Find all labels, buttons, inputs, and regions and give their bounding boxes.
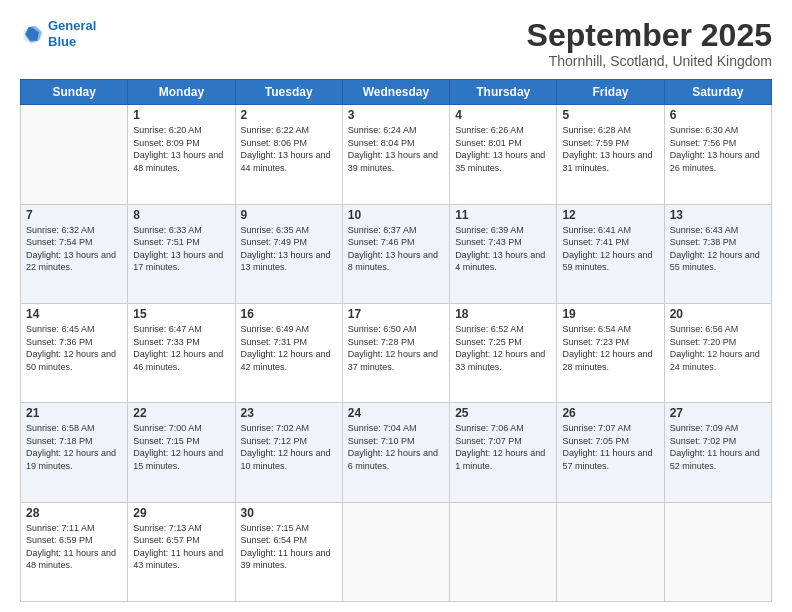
calendar-cell: 19Sunrise: 6:54 AMSunset: 7:23 PMDayligh… xyxy=(557,303,664,402)
calendar-cell xyxy=(21,105,128,204)
calendar-cell: 3Sunrise: 6:24 AMSunset: 8:04 PMDaylight… xyxy=(342,105,449,204)
calendar-header-friday: Friday xyxy=(557,80,664,105)
day-info: Sunrise: 6:58 AMSunset: 7:18 PMDaylight:… xyxy=(26,422,122,472)
day-info: Sunrise: 6:47 AMSunset: 7:33 PMDaylight:… xyxy=(133,323,229,373)
calendar-cell xyxy=(342,502,449,601)
calendar-cell: 18Sunrise: 6:52 AMSunset: 7:25 PMDayligh… xyxy=(450,303,557,402)
day-info: Sunrise: 6:24 AMSunset: 8:04 PMDaylight:… xyxy=(348,124,444,174)
day-number: 20 xyxy=(670,307,766,321)
day-number: 8 xyxy=(133,208,229,222)
calendar-cell: 13Sunrise: 6:43 AMSunset: 7:38 PMDayligh… xyxy=(664,204,771,303)
day-number: 19 xyxy=(562,307,658,321)
day-info: Sunrise: 7:11 AMSunset: 6:59 PMDaylight:… xyxy=(26,522,122,572)
day-info: Sunrise: 7:06 AMSunset: 7:07 PMDaylight:… xyxy=(455,422,551,472)
day-info: Sunrise: 7:02 AMSunset: 7:12 PMDaylight:… xyxy=(241,422,337,472)
day-number: 15 xyxy=(133,307,229,321)
calendar-cell: 9Sunrise: 6:35 AMSunset: 7:49 PMDaylight… xyxy=(235,204,342,303)
day-info: Sunrise: 6:22 AMSunset: 8:06 PMDaylight:… xyxy=(241,124,337,174)
day-info: Sunrise: 6:28 AMSunset: 7:59 PMDaylight:… xyxy=(562,124,658,174)
calendar-header-saturday: Saturday xyxy=(664,80,771,105)
day-info: Sunrise: 6:37 AMSunset: 7:46 PMDaylight:… xyxy=(348,224,444,274)
day-info: Sunrise: 6:52 AMSunset: 7:25 PMDaylight:… xyxy=(455,323,551,373)
day-number: 17 xyxy=(348,307,444,321)
day-info: Sunrise: 6:33 AMSunset: 7:51 PMDaylight:… xyxy=(133,224,229,274)
logo-line2: Blue xyxy=(48,34,76,49)
calendar-cell: 22Sunrise: 7:00 AMSunset: 7:15 PMDayligh… xyxy=(128,403,235,502)
calendar-cell: 23Sunrise: 7:02 AMSunset: 7:12 PMDayligh… xyxy=(235,403,342,502)
day-number: 11 xyxy=(455,208,551,222)
day-info: Sunrise: 6:43 AMSunset: 7:38 PMDaylight:… xyxy=(670,224,766,274)
day-info: Sunrise: 6:39 AMSunset: 7:43 PMDaylight:… xyxy=(455,224,551,274)
day-number: 10 xyxy=(348,208,444,222)
calendar-cell: 4Sunrise: 6:26 AMSunset: 8:01 PMDaylight… xyxy=(450,105,557,204)
day-info: Sunrise: 6:56 AMSunset: 7:20 PMDaylight:… xyxy=(670,323,766,373)
day-info: Sunrise: 6:54 AMSunset: 7:23 PMDaylight:… xyxy=(562,323,658,373)
calendar-table: SundayMondayTuesdayWednesdayThursdayFrid… xyxy=(20,79,772,602)
calendar-cell: 21Sunrise: 6:58 AMSunset: 7:18 PMDayligh… xyxy=(21,403,128,502)
day-info: Sunrise: 6:26 AMSunset: 8:01 PMDaylight:… xyxy=(455,124,551,174)
day-number: 18 xyxy=(455,307,551,321)
day-info: Sunrise: 6:35 AMSunset: 7:49 PMDaylight:… xyxy=(241,224,337,274)
calendar-cell: 14Sunrise: 6:45 AMSunset: 7:36 PMDayligh… xyxy=(21,303,128,402)
calendar-cell: 24Sunrise: 7:04 AMSunset: 7:10 PMDayligh… xyxy=(342,403,449,502)
day-number: 22 xyxy=(133,406,229,420)
day-info: Sunrise: 6:49 AMSunset: 7:31 PMDaylight:… xyxy=(241,323,337,373)
calendar-cell: 25Sunrise: 7:06 AMSunset: 7:07 PMDayligh… xyxy=(450,403,557,502)
day-info: Sunrise: 6:20 AMSunset: 8:09 PMDaylight:… xyxy=(133,124,229,174)
day-number: 7 xyxy=(26,208,122,222)
calendar-cell: 28Sunrise: 7:11 AMSunset: 6:59 PMDayligh… xyxy=(21,502,128,601)
day-number: 16 xyxy=(241,307,337,321)
calendar-header-row: SundayMondayTuesdayWednesdayThursdayFrid… xyxy=(21,80,772,105)
day-info: Sunrise: 7:13 AMSunset: 6:57 PMDaylight:… xyxy=(133,522,229,572)
calendar-cell: 12Sunrise: 6:41 AMSunset: 7:41 PMDayligh… xyxy=(557,204,664,303)
calendar-cell: 1Sunrise: 6:20 AMSunset: 8:09 PMDaylight… xyxy=(128,105,235,204)
calendar-week-row: 28Sunrise: 7:11 AMSunset: 6:59 PMDayligh… xyxy=(21,502,772,601)
calendar-header-wednesday: Wednesday xyxy=(342,80,449,105)
day-number: 25 xyxy=(455,406,551,420)
day-number: 23 xyxy=(241,406,337,420)
header: General Blue September 2025 Thornhill, S… xyxy=(20,18,772,69)
calendar-cell xyxy=(450,502,557,601)
calendar-cell: 15Sunrise: 6:47 AMSunset: 7:33 PMDayligh… xyxy=(128,303,235,402)
calendar-header-sunday: Sunday xyxy=(21,80,128,105)
day-info: Sunrise: 6:32 AMSunset: 7:54 PMDaylight:… xyxy=(26,224,122,274)
day-info: Sunrise: 7:09 AMSunset: 7:02 PMDaylight:… xyxy=(670,422,766,472)
day-number: 4 xyxy=(455,108,551,122)
title-block: September 2025 Thornhill, Scotland, Unit… xyxy=(527,18,772,69)
logo: General Blue xyxy=(20,18,96,49)
calendar-cell xyxy=(557,502,664,601)
day-number: 12 xyxy=(562,208,658,222)
day-number: 21 xyxy=(26,406,122,420)
calendar-week-row: 21Sunrise: 6:58 AMSunset: 7:18 PMDayligh… xyxy=(21,403,772,502)
day-info: Sunrise: 6:41 AMSunset: 7:41 PMDaylight:… xyxy=(562,224,658,274)
day-number: 3 xyxy=(348,108,444,122)
month-title: September 2025 xyxy=(527,18,772,53)
calendar-cell: 2Sunrise: 6:22 AMSunset: 8:06 PMDaylight… xyxy=(235,105,342,204)
day-number: 6 xyxy=(670,108,766,122)
calendar-cell: 17Sunrise: 6:50 AMSunset: 7:28 PMDayligh… xyxy=(342,303,449,402)
location: Thornhill, Scotland, United Kingdom xyxy=(527,53,772,69)
calendar-cell: 29Sunrise: 7:13 AMSunset: 6:57 PMDayligh… xyxy=(128,502,235,601)
calendar-week-row: 7Sunrise: 6:32 AMSunset: 7:54 PMDaylight… xyxy=(21,204,772,303)
calendar-cell: 6Sunrise: 6:30 AMSunset: 7:56 PMDaylight… xyxy=(664,105,771,204)
day-info: Sunrise: 6:45 AMSunset: 7:36 PMDaylight:… xyxy=(26,323,122,373)
calendar-cell: 26Sunrise: 7:07 AMSunset: 7:05 PMDayligh… xyxy=(557,403,664,502)
logo-line1: General xyxy=(48,18,96,33)
calendar-header-monday: Monday xyxy=(128,80,235,105)
logo-text: General Blue xyxy=(48,18,96,49)
day-info: Sunrise: 7:04 AMSunset: 7:10 PMDaylight:… xyxy=(348,422,444,472)
calendar-cell xyxy=(664,502,771,601)
day-number: 5 xyxy=(562,108,658,122)
calendar-cell: 30Sunrise: 7:15 AMSunset: 6:54 PMDayligh… xyxy=(235,502,342,601)
day-number: 24 xyxy=(348,406,444,420)
day-number: 29 xyxy=(133,506,229,520)
day-info: Sunrise: 7:00 AMSunset: 7:15 PMDaylight:… xyxy=(133,422,229,472)
day-info: Sunrise: 7:15 AMSunset: 6:54 PMDaylight:… xyxy=(241,522,337,572)
calendar-cell: 7Sunrise: 6:32 AMSunset: 7:54 PMDaylight… xyxy=(21,204,128,303)
day-number: 2 xyxy=(241,108,337,122)
day-number: 13 xyxy=(670,208,766,222)
day-number: 27 xyxy=(670,406,766,420)
day-number: 14 xyxy=(26,307,122,321)
calendar-cell: 11Sunrise: 6:39 AMSunset: 7:43 PMDayligh… xyxy=(450,204,557,303)
day-number: 26 xyxy=(562,406,658,420)
